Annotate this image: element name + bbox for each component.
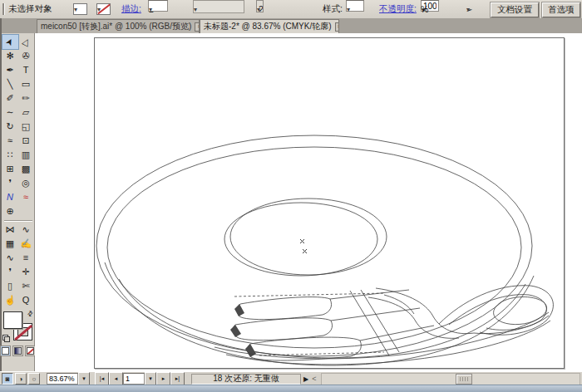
previous-page-button[interactable]: ◂ [109, 372, 123, 385]
tool-slice[interactable]: ▯ [2, 279, 18, 293]
screen-mode-full-button[interactable]: ○ [28, 373, 40, 385]
chevron-down-icon[interactable]: ▾ [256, 0, 260, 18]
default-fill-stroke-icon[interactable] [2, 335, 10, 342]
tool-knife[interactable]: ✄ [18, 279, 34, 293]
tool-warp[interactable]: ≈ [2, 134, 18, 148]
chevron-down-icon[interactable]: ▾ [193, 0, 197, 18]
tool-line[interactable]: ╲ [2, 77, 18, 91]
tool-scale[interactable]: ◱ [18, 120, 34, 134]
status-expand-icon[interactable]: ▶ [303, 375, 308, 383]
knife-tool-icon: ✄ [22, 282, 29, 291]
tool-magic-wand[interactable]: ✻ [2, 49, 18, 63]
tool-rotate[interactable]: ↻ [2, 120, 18, 134]
tool-reshape[interactable]: ∿ [18, 223, 34, 237]
scribble-tool-icon: ∿ [6, 253, 13, 262]
zoom-level-input[interactable] [47, 373, 78, 385]
slice-tool-icon: ▯ [7, 282, 12, 291]
close-icon[interactable]: × [335, 22, 339, 32]
tool-live-paint-bucket[interactable]: N [2, 190, 18, 204]
tool-crop-area[interactable]: ⊕ [2, 204, 18, 218]
tool-scribble[interactable]: ∿ [2, 251, 18, 265]
tool-blend[interactable]: ◎ [18, 176, 34, 190]
tool-gradient[interactable]: ▩ [18, 162, 34, 176]
screen-mode-full-menu-button[interactable]: ◑ [15, 373, 27, 385]
mesh-tool-icon: ⊞ [6, 164, 13, 174]
tool-shear[interactable]: ⋈ [2, 223, 18, 237]
tool-page[interactable]: ✍ [18, 237, 34, 251]
fork-outlines[interactable] [215, 286, 553, 365]
last-page-button[interactable]: ▸| [170, 372, 185, 385]
status-collapse-icon: < [312, 375, 316, 383]
tool-eraser[interactable]: ▱ [18, 105, 34, 120]
tool-rectangle[interactable]: ▭ [18, 77, 34, 91]
tab-untitled-2[interactable]: 未标题-2* @ 83.67% (CMYK/轮廓) × [200, 19, 339, 33]
chevron-down-icon[interactable]: ▾ [96, 0, 101, 18]
fill-proxy-white[interactable] [3, 311, 22, 329]
tool-measure[interactable]: ✛ [18, 265, 34, 279]
control-bar: 未选择对象 ▾ ▾ 描边: ▴▾ ▾ ▾ · 2 pt. 椭圆形▾ 样式: ▾ … [0, 0, 582, 19]
stroke-color-dropdown[interactable]: ▾ [96, 0, 118, 18]
toolbar-grip[interactable] [2, 3, 5, 15]
tool-direct-selection[interactable]: ▷ [18, 35, 34, 49]
horizontal-scrollbar-thumb[interactable] [456, 374, 472, 385]
tab-meicon50[interactable]: meicon50 [转换].ai* @ 100% (RGB/预览) × [37, 19, 200, 33]
style-label: 样式: [323, 0, 346, 18]
tool-chart[interactable]: ▦ [2, 237, 18, 251]
tool-live-paint-selection[interactable]: ≈ [18, 190, 34, 204]
tool-type[interactable]: T [18, 63, 34, 77]
tool-pen[interactable]: ✒ [2, 63, 18, 77]
pen-icon: ✒ [6, 66, 13, 75]
tool-selection[interactable]: ➤ [2, 35, 18, 49]
page-number-input[interactable] [123, 373, 145, 385]
stroke-panel-link[interactable]: 描边: [121, 0, 146, 18]
paint-mode-row [0, 345, 36, 356]
stroke-weight-combo[interactable]: ▴▾ ▾ [148, 0, 190, 18]
artwork-plate-and-fork[interactable] [35, 33, 582, 371]
preferences-button[interactable]: 首选项 [542, 2, 580, 17]
document-canvas[interactable] [35, 33, 582, 371]
tool-pencil[interactable]: ✏ [18, 91, 34, 105]
style-dropdown[interactable]: ▾ [346, 0, 376, 18]
brush-definition-dropdown[interactable]: · 2 pt. 椭圆形▾ [256, 0, 319, 18]
tool-zoom[interactable]: Q [18, 293, 34, 307]
tool-lasso[interactable]: ✇ [18, 49, 34, 63]
tool-hand[interactable]: ☝ [2, 293, 18, 307]
tool-free-transform[interactable]: ⊡ [18, 134, 34, 148]
tool-graph[interactable]: ▥ [18, 148, 34, 162]
tool-mesh[interactable]: ⊞ [2, 162, 18, 176]
document-tab-bar: meicon50 [转换].ai* @ 100% (RGB/预览) × 未标题-… [0, 18, 582, 34]
opacity-panel-link[interactable]: 不透明度: [379, 0, 421, 18]
zoom-dropdown-button[interactable]: ▾ [78, 372, 90, 385]
swap-fill-stroke-icon[interactable]: ⇄ [26, 309, 35, 318]
horizontal-scrollbar[interactable] [321, 373, 580, 385]
opacity-unit: % [421, 0, 428, 18]
color-mode-button[interactable] [0, 345, 11, 356]
tools-divider [4, 220, 32, 221]
tool-smooth[interactable]: ∼ [2, 105, 18, 120]
status-display[interactable]: 18 次还原: 无重做 [191, 374, 301, 385]
document-setup-button[interactable]: 文档设置 [491, 2, 539, 17]
variable-width-profile-dropdown[interactable]: ▾ [193, 0, 253, 18]
first-page-button[interactable]: |◂ [95, 372, 109, 385]
tool-eyedropper-small[interactable]: ❜ [2, 265, 18, 279]
hand-tool-icon: ☝ [4, 296, 16, 305]
select-similar-control[interactable]: ➢▾ [466, 0, 486, 18]
chevron-down-icon[interactable]: ▾ [73, 0, 77, 18]
chevron-down-icon[interactable]: ▾ [466, 0, 470, 18]
magic-wand-icon: ✻ [6, 51, 13, 61]
previous-page-icon: ◂ [115, 375, 118, 382]
tool-paintbrush[interactable]: ✐ [2, 91, 18, 105]
plate-outlines[interactable] [96, 135, 534, 365]
tool-symbol-sprayer[interactable]: ∷ [2, 148, 18, 162]
line-tool-icon: ╲ [7, 80, 13, 89]
screen-mode-normal-button[interactable]: ◙ [2, 373, 13, 385]
next-page-icon: ▸ [162, 375, 165, 382]
tool-eyedropper[interactable]: ❜ [2, 176, 18, 190]
fill-color-dropdown[interactable]: ▾ [73, 0, 95, 18]
page-dropdown-button[interactable]: ▾ [145, 372, 156, 385]
chevron-down-icon[interactable]: ▾ [148, 0, 152, 18]
chevron-down-icon[interactable]: ▾ [346, 0, 350, 18]
next-page-button[interactable]: ▸ [156, 372, 170, 385]
gradient-mode-button[interactable] [12, 345, 23, 356]
tool-align[interactable]: ≡ [18, 251, 34, 265]
